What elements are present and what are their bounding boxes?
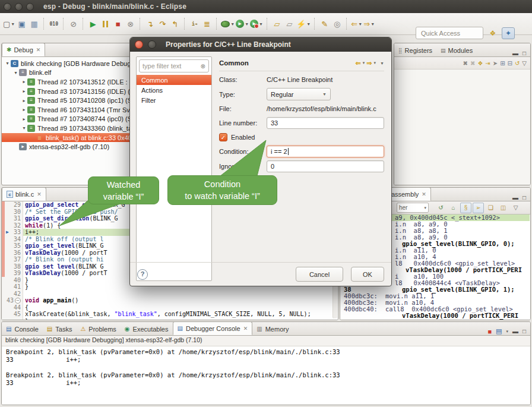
display-console-icon[interactable]: ▤ [496,327,502,335]
close-icon[interactable]: ✕ [243,326,248,332]
home-button[interactable]: ⌂ [448,203,459,213]
close-icon[interactable]: ✕ [37,191,42,197]
breakpoint-icon[interactable]: ▶ [6,229,9,235]
dialog-nav-actions[interactable]: Actions [137,85,211,95]
run-button[interactable]: ▶▼ [236,17,249,30]
tab-modules[interactable]: ▤Modules [436,44,477,56]
fold-icon[interactable]: – [15,298,21,304]
window-maximize-icon[interactable] [26,3,34,11]
refresh-button[interactable]: ↺ [515,60,520,67]
expand-all-button[interactable]: ⊞ [500,60,505,67]
track-expression-button[interactable]: ➢ [473,203,484,213]
maximize-icon[interactable]: □ [522,329,526,335]
debug-button[interactable]: ▼ [221,17,235,30]
condition-input[interactable]: i == 2 [267,146,384,157]
quick-access-input[interactable]: Quick Access [416,27,483,39]
enabled-checkbox[interactable]: ✓ [219,133,227,141]
expander-icon[interactable]: ▸ [21,79,27,84]
pin-editor-button[interactable]: ◎ [331,17,343,30]
maximize-icon[interactable]: □ [522,195,526,201]
tab-memory[interactable]: ▥Memory [252,323,293,335]
collapse-all-button[interactable]: ⊟ [508,60,512,67]
help-button[interactable]: ? [137,269,148,280]
chevron-down-icon[interactable]: ▾ [363,61,365,65]
external-tools-button[interactable]: ▶▼ [250,17,263,30]
location-combo[interactable]: her ▾ [397,203,429,213]
flash-button[interactable]: ⚡▼ [296,17,311,30]
maximize-icon[interactable]: □ [522,51,526,56]
add-register-group-button[interactable]: ❖ [477,60,483,67]
window-close-icon[interactable] [4,3,11,11]
back-arrow-icon[interactable]: ⇐ [356,59,361,67]
minimize-icon[interactable]: ▬ [512,51,518,56]
type-select[interactable]: Regular ▼ [267,88,331,100]
expander-icon[interactable]: ▾ [21,125,27,131]
view-menu-button[interactable]: ▽ [522,60,527,67]
open-new-view-button[interactable]: ❏ [485,203,496,213]
dialog-nav-common[interactable]: Common [137,75,211,85]
close-icon[interactable]: ✕ [422,191,426,197]
expander-icon[interactable]: ▾ [12,70,19,75]
tab-debug[interactable]: ✱ Debug ✕ [2,43,45,56]
refresh-view-button[interactable]: ↺ [435,203,446,213]
open-gold-folder-button[interactable]: ▱ [271,17,283,30]
remove-selected-button[interactable]: ✖ [463,60,468,67]
save-all-button[interactable]: ▦ [28,17,40,30]
clear-filter-icon[interactable]: ⊗ [201,63,205,70]
binary-button[interactable]: 010 [48,17,59,30]
filter-input[interactable]: type filter text ⊗ [139,59,209,72]
disconnect-button[interactable]: ⊗ [125,17,136,30]
new-wizard-button[interactable]: ▢▼ [3,17,15,30]
show-console-button[interactable]: ≣ [201,17,213,30]
forward-arrow-icon[interactable]: ⇒ [366,59,372,67]
minimize-icon[interactable]: ▬ [512,195,518,201]
cancel-button[interactable]: Cancel [296,267,343,282]
back-button[interactable]: ⇐▼ [351,17,362,30]
show-source-button[interactable]: § [460,203,471,213]
ignore-count-input[interactable]: 0 [267,160,384,172]
ok-button[interactable]: OK [351,267,384,282]
skip-all-breakpoints-button[interactable]: ⊘ [68,17,79,30]
window-minimize-icon[interactable] [15,3,23,11]
view-menu-icon[interactable]: ▼ [380,61,384,65]
tab-executables[interactable]: ◉Executables [121,323,173,335]
line-number-input[interactable]: 33 [267,117,384,129]
dialog-nav-filter[interactable]: Filter [137,95,211,105]
chevron-down-icon[interactable]: ▾ [374,61,376,65]
console-output[interactable]: Breakpoint 2, blink_task (pvParameter=0x… [2,346,530,405]
suspend-button[interactable] [100,17,111,30]
forward-button[interactable]: ⇒▼ [363,17,375,30]
instruction-stepping-button[interactable]: i→ [189,17,200,30]
view-menu-button[interactable]: ▽ [510,203,521,213]
tab-tasks[interactable]: ▤Tasks [43,323,77,335]
terminate-button[interactable]: ■ [112,17,124,30]
remove-all-button[interactable]: ✖ [470,60,475,67]
tab-console[interactable]: ▤Console [2,323,43,335]
tab-registers[interactable]: ⣿Registers [394,44,436,56]
export-registers-button[interactable]: ⇥ [485,60,490,67]
dialog-minimize-icon[interactable] [148,40,156,49]
step-into-button[interactable]: ↴ [144,17,156,30]
expander-icon[interactable]: ▸ [21,89,27,94]
expander-icon[interactable]: ▸ [21,116,27,122]
tab-problems[interactable]: ⚠Problems [76,323,120,335]
chevron-down-icon[interactable]: ▾ [506,329,508,334]
save-button[interactable]: ▣ [16,17,27,30]
step-return-button[interactable]: ↰ [169,17,180,30]
open-folder-button[interactable]: ▱ [284,17,295,30]
step-over-button[interactable]: ↷ [157,17,168,30]
debug-perspective-icon[interactable]: ✦ [502,27,515,39]
pin-view-button[interactable]: ◫ [498,203,509,213]
expander-icon[interactable]: ▸ [21,98,27,103]
resume-button[interactable]: ▶ [87,17,99,30]
terminate-console-icon[interactable]: ■ [487,328,492,335]
dialog-close-icon[interactable] [135,40,143,49]
pointer-mode-button[interactable]: ➤ [493,60,498,67]
tab-debugger-console[interactable]: ▤Debugger Console✕ [173,321,253,335]
close-icon[interactable]: ✕ [36,47,41,53]
minimize-icon[interactable]: ▬ [512,329,518,335]
last-edit-location-button[interactable]: ✎ [319,17,330,30]
open-perspective-icon[interactable]: ❖ [487,28,499,39]
tab-blink-c[interactable]: c blink.c ✕ [2,187,46,201]
expander-icon[interactable]: ▸ [21,107,27,112]
